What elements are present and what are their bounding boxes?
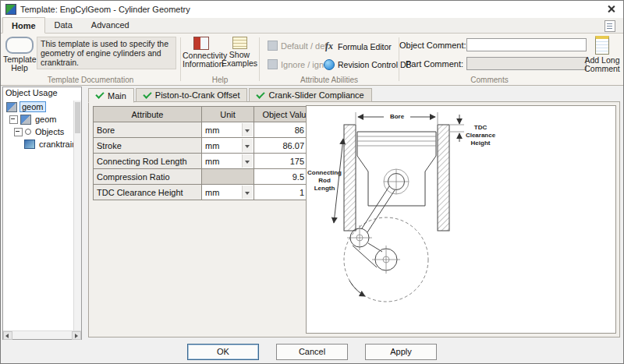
rod-label-line1: Connecting — [307, 169, 342, 176]
value-input[interactable]: 175 — [254, 154, 308, 169]
formula-editor-icon: fx — [324, 41, 335, 52]
tab-crank-slider-compliance[interactable]: Crank-Slider Compliance — [249, 88, 371, 102]
unit-value: mm — [205, 125, 219, 135]
header-unit: Unit — [202, 107, 254, 122]
footer-button-bar: OK Cancel Apply — [1, 340, 623, 363]
geom-icon — [6, 102, 17, 112]
tree-item-cranktrain[interactable]: cranktrain — [37, 140, 73, 149]
tdc-label-line3: Height — [471, 140, 491, 147]
main-tab-panel: Attribute Unit Object Value Bore mm 86 .… — [88, 101, 620, 337]
unit-dropdown[interactable]: mm — [202, 185, 254, 200]
horizontal-scrollbar[interactable] — [3, 330, 81, 339]
rod-label-line2: Rod — [318, 177, 331, 184]
value-input[interactable]: 9.5 — [254, 169, 308, 185]
table-row: Connecting Rod Length mm 175 ... — [94, 154, 320, 169]
group-label-help: Help — [181, 76, 259, 84]
attribute-table: Attribute Unit Object Value Bore mm 86 .… — [93, 106, 320, 200]
table-row: Bore mm 86 ... — [94, 122, 320, 138]
content-area: Main Piston-to-Crank Offset Crank-Slider… — [82, 87, 621, 340]
bore-label: Bore — [390, 113, 405, 120]
checkmark-icon — [143, 90, 151, 98]
tree-row: cranktrain — [4, 138, 73, 150]
default-label: Default / def — [281, 41, 327, 51]
cylinder-wall-left — [344, 125, 356, 231]
tree-item-objects[interactable]: Objects — [34, 127, 66, 136]
object-comment-label: Object Comment: — [399, 41, 466, 50]
add-long-comment-button[interactable]: Add Long Comment — [583, 36, 621, 73]
collapse-expander-icon[interactable] — [9, 115, 18, 124]
show-examples-label: Show Examples — [222, 51, 257, 68]
connectivity-information-label: Connectivity Information — [183, 51, 220, 69]
ribbon: Template Help This template is used to s… — [1, 34, 623, 86]
objects-bullet-icon — [25, 129, 31, 135]
value-input[interactable]: 86 — [254, 122, 308, 138]
unit-value: mm — [205, 141, 219, 150]
chevron-down-icon[interactable] — [242, 123, 253, 136]
chevron-down-icon[interactable] — [242, 186, 253, 199]
tab-main[interactable]: Main — [88, 88, 134, 103]
value-input[interactable]: 1 — [254, 185, 308, 200]
ignore-ign-button: Ignore / ign — [268, 59, 324, 69]
tree-row: geom — [4, 113, 73, 125]
template-help-button[interactable]: Template Help — [3, 36, 36, 72]
group-help: Connectivity Information Show Examples H… — [181, 34, 259, 85]
group-label-attribute-abilities: Attribute Abilities — [260, 76, 399, 84]
close-button[interactable] — [598, 1, 623, 17]
default-def-button: Default / def — [268, 41, 327, 51]
ok-button[interactable]: OK — [187, 344, 259, 360]
object-usage-panel: Object Usage geom geom Objects — [2, 87, 82, 340]
object-usage-tree: geom geom Objects cranktrain — [4, 101, 73, 330]
attribute-name: Connecting Rod Length — [94, 154, 202, 169]
tdc-label-line2: Clearance — [466, 132, 496, 139]
table-row: Stroke mm 86.07 ... — [94, 138, 320, 154]
group-template-documentation: Template Help This template is used to s… — [1, 34, 180, 85]
object-comment-input[interactable] — [466, 38, 587, 51]
rod-label-line3: Length — [314, 185, 335, 192]
geom-icon — [20, 115, 31, 125]
close-icon — [608, 5, 615, 12]
ribbon-options-icon[interactable] — [604, 20, 615, 32]
ribbon-tab-home[interactable]: Home — [2, 17, 45, 34]
attribute-name: Compression Ratio — [94, 169, 202, 185]
tree-item-geom-child[interactable]: geom — [34, 115, 58, 124]
apply-button[interactable]: Apply — [365, 344, 437, 360]
piston-outline — [357, 132, 436, 206]
group-label-template-documentation: Template Documentation — [1, 76, 180, 84]
unit-dropdown[interactable]: mm — [202, 138, 254, 154]
tdc-label-line1: TDC — [474, 124, 488, 131]
object-comment-row: Object Comment: — [399, 38, 587, 51]
checkmark-icon — [257, 90, 265, 98]
attribute-name: Stroke — [94, 138, 202, 154]
ignore-label: Ignore / ign — [281, 60, 324, 69]
table-row: TDC Clearance Height mm 1 ... — [94, 185, 320, 200]
chevron-down-icon[interactable] — [242, 139, 253, 152]
scrollbar-thumb[interactable] — [75, 102, 80, 133]
ribbon-tab-data[interactable]: Data — [45, 16, 82, 33]
tree-item-geom-root[interactable]: geom — [20, 101, 46, 112]
attribute-name: TDC Clearance Height — [94, 185, 202, 200]
unit-dropdown[interactable]: mm — [202, 154, 254, 169]
tab-piston-to-crank-offset[interactable]: Piston-to-Crank Offset — [136, 88, 248, 102]
vertical-scrollbar[interactable] — [73, 101, 81, 330]
scroll-left-arrow[interactable] — [3, 331, 12, 340]
cylinder-wall-right — [438, 125, 449, 231]
cancel-button[interactable]: Cancel — [276, 344, 348, 360]
piston-diagram-svg: Bore TDC Clearance Height — [307, 106, 618, 335]
value-input[interactable]: 86.07 — [254, 138, 308, 154]
add-long-comment-label: Add Long Comment — [583, 56, 621, 73]
attribute-name: Bore — [94, 122, 202, 138]
show-examples-button[interactable]: Show Examples — [222, 37, 257, 68]
tab-crank-slider-label: Crank-Slider Compliance — [268, 90, 363, 100]
default-icon — [268, 41, 278, 51]
part-comment-input — [466, 57, 587, 70]
ribbon-tab-advanced[interactable]: Advanced — [82, 16, 139, 33]
formula-editor-button[interactable]: fx Formula Editor — [324, 41, 392, 52]
unit-dropdown[interactable]: mm — [202, 122, 254, 138]
scroll-right-arrow[interactable] — [72, 331, 81, 340]
table-header-row: Attribute Unit Object Value — [94, 107, 320, 122]
tab-piston-label: Piston-to-Crank Offset — [155, 90, 240, 100]
chevron-down-icon[interactable] — [242, 154, 253, 168]
formula-editor-label: Formula Editor — [338, 42, 392, 51]
connectivity-information-button[interactable]: Connectivity Information — [183, 37, 220, 69]
collapse-expander-icon[interactable] — [14, 128, 23, 136]
